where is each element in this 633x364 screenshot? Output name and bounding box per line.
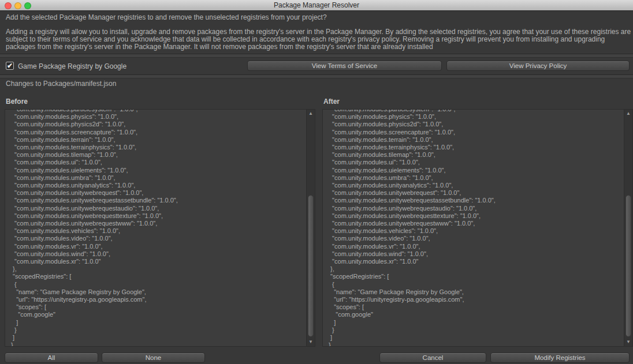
- scroll-up-icon[interactable]: ▲: [624, 110, 632, 117]
- scroll-up-icon[interactable]: ▲: [307, 110, 315, 117]
- before-manifest-panel: "com.unity.modules.particlesystem": "1.0…: [5, 109, 315, 347]
- separator: [0, 74, 633, 78]
- package-manager-resolver-window: Package Manager Resolver Add the selecte…: [0, 0, 633, 364]
- disclaimer-line-3: packages from the registry's server in t…: [6, 43, 631, 51]
- before-manifest-text[interactable]: "com.unity.modules.particlesystem": "1.0…: [5, 110, 306, 346]
- before-scrollbar[interactable]: ▲ ▼: [306, 110, 315, 346]
- window-title: Package Manager Resolver: [0, 1, 633, 9]
- before-scrollbar-thumb[interactable]: [308, 195, 314, 337]
- cancel-button[interactable]: Cancel: [379, 352, 486, 363]
- after-header: After: [323, 97, 340, 106]
- select-none-button[interactable]: None: [102, 352, 205, 363]
- registry-disclaimer: Adding a registry will allow you to inst…: [6, 28, 631, 51]
- registry-checkbox[interactable]: ✔: [6, 62, 14, 70]
- changes-to-manifest-label: Changes to Packages/manifest.json: [6, 80, 116, 88]
- after-scrollbar-thumb[interactable]: [625, 195, 631, 337]
- resolver-question: Add the selected Package Manager registr…: [6, 13, 327, 21]
- select-all-button[interactable]: All: [5, 352, 98, 363]
- after-manifest-text[interactable]: "com.unity.modules.particlesystem": "1.0…: [323, 110, 624, 346]
- before-header: Before: [6, 97, 28, 106]
- after-scrollbar[interactable]: ▲ ▼: [624, 110, 632, 346]
- view-terms-of-service-button[interactable]: View Terms of Service: [247, 61, 442, 71]
- after-manifest-panel: "com.unity.modules.particlesystem": "1.0…: [322, 109, 633, 347]
- separator: [0, 54, 633, 58]
- scroll-down-icon[interactable]: ▼: [624, 339, 632, 346]
- registry-checkbox-label: Game Package Registry by Google: [18, 62, 126, 70]
- view-privacy-policy-button[interactable]: View Privacy Policy: [446, 61, 630, 71]
- before-manifest-json: "com.unity.modules.particlesystem": "1.0…: [5, 110, 306, 346]
- scroll-down-icon[interactable]: ▼: [307, 339, 315, 346]
- titlebar: Package Manager Resolver: [0, 0, 633, 11]
- after-manifest-json: "com.unity.modules.particlesystem": "1.0…: [323, 110, 624, 346]
- modify-registries-button[interactable]: Modify Registries: [490, 352, 630, 363]
